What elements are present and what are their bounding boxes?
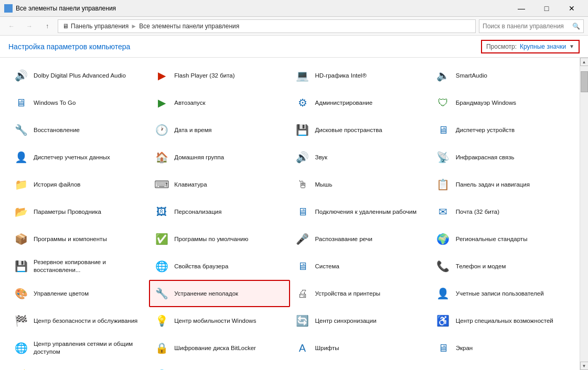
item-icon-useraccount: 👤 <box>435 285 452 302</box>
item-icon-keyboard: ⌨ <box>153 176 170 193</box>
item-label-mobility: Центр мобильности Windows <box>174 317 256 325</box>
control-item-recovery[interactable]: 🔧Восстановление <box>8 116 149 144</box>
control-item-browser[interactable]: 🌐Свойства браузера <box>149 253 290 280</box>
item-label-flash: Flash Player (32 бита) <box>174 72 234 80</box>
item-label-colormgmt: Управление цветом <box>34 290 89 298</box>
item-icon-colormgmt: 🎨 <box>13 285 29 302</box>
item-icon-devmgr: 🖥 <box>435 122 452 138</box>
control-item-system[interactable]: 🖥Система <box>290 253 431 280</box>
control-item-useraccount[interactable]: 👤Учетные записи пользователей <box>431 280 571 307</box>
item-icon-browser: 🌐 <box>153 258 170 275</box>
scroll-up-button[interactable]: ▲ <box>580 58 589 66</box>
control-item-filehistory[interactable]: 📁История файлов <box>8 171 149 198</box>
page-title: Настройка параметров компьютера <box>8 42 130 51</box>
scroll-down-button[interactable]: ▼ <box>580 362 589 370</box>
item-label-keyboard: Клавиатура <box>174 181 207 189</box>
control-item-mobility[interactable]: 💡Центр мобильности Windows <box>149 307 290 334</box>
control-item-bitlocker[interactable]: 🔒Шифрование диска BitLocker <box>149 334 290 362</box>
address-bar: ← → ↑ 🖥 Панель управления ► Все элементы… <box>0 17 588 36</box>
control-item-smartaudio[interactable]: 🔈SmartAudio <box>431 62 571 89</box>
item-icon-firewall: 🛡 <box>435 94 452 111</box>
control-item-colormgmt[interactable]: 🎨Управление цветом <box>8 280 149 307</box>
item-label-defaultprog: Программы по умолчанию <box>174 235 248 243</box>
item-label-admin: Администрирование <box>315 99 373 107</box>
item-label-accessibility: Центр специальных возможностей <box>456 317 553 325</box>
control-item-hd-intel[interactable]: 💻HD-графика Intel® <box>290 62 431 89</box>
control-item-sound[interactable]: 🔊Звук <box>290 144 431 171</box>
control-item-remoteconn[interactable]: 🖥Подключения к удаленным рабочим <box>290 198 431 225</box>
control-item-personalization[interactable]: 🖼Персонализация <box>149 198 290 225</box>
back-button[interactable]: ← <box>4 19 19 34</box>
control-item-taskbar[interactable]: 📋Панель задач и навигация <box>431 171 571 198</box>
control-item-region[interactable]: 🌍Региональные стандарты <box>431 225 571 253</box>
search-input[interactable] <box>483 23 570 30</box>
item-label-phone: Телефон и модем <box>456 263 506 270</box>
item-label-browser: Свойства браузера <box>174 263 228 270</box>
control-item-admin[interactable]: ⚙Администрирование <box>290 89 431 116</box>
scrollbar[interactable]: ▲ ▼ <box>580 58 588 370</box>
control-item-security[interactable]: 🏁Центр безопасности и обслуживания <box>8 307 149 334</box>
control-item-accounts[interactable]: 👤Диспетчер учетных данных <box>8 144 149 171</box>
control-item-windows-to-go[interactable]: 🖥Windows To Go <box>8 89 149 116</box>
scroll-thumb[interactable] <box>581 71 588 92</box>
control-item-keyboard[interactable]: ⌨Клавиатура <box>149 171 290 198</box>
item-label-programs: Программы и компоненты <box>34 235 107 243</box>
control-item-dolby[interactable]: 🔊Dolby Digital Plus Advanced Audio <box>8 62 149 89</box>
control-item-power[interactable]: ⚡Электропитание <box>8 362 149 370</box>
control-item-autostart[interactable]: ▶Автозапуск <box>149 89 290 116</box>
control-item-infrared[interactable]: 📡Инфракрасная связь <box>431 144 571 171</box>
item-icon-backup: 💾 <box>13 258 29 275</box>
control-item-disk[interactable]: 💾Дисковые пространства <box>290 116 431 144</box>
view-control[interactable]: Просмотр: Крупные значки ▼ <box>481 40 580 53</box>
control-item-exploreropt[interactable]: 📂Параметры Проводника <box>8 198 149 225</box>
item-label-bitlocker: Шифрование диска BitLocker <box>174 344 256 352</box>
search-box[interactable]: 🔍 <box>479 19 584 33</box>
control-item-language[interactable]: 🌐Язык <box>149 362 290 370</box>
control-item-accessibility[interactable]: ♿Центр специальных возможностей <box>431 307 571 334</box>
control-item-fonts[interactable]: AШрифты <box>290 334 431 362</box>
up-button[interactable]: ↑ <box>40 19 55 34</box>
item-label-recovery: Восстановление <box>34 126 80 134</box>
control-item-homegroup[interactable]: 🏠Домашняя группа <box>149 144 290 171</box>
window-controls: — □ ✕ <box>509 0 584 17</box>
control-item-backup[interactable]: 💾Резервное копирование и восстановлени..… <box>8 253 149 280</box>
maximize-button[interactable]: □ <box>534 0 559 17</box>
control-item-devices[interactable]: 🖨Устройства и принтеры <box>290 280 431 307</box>
breadcrumb-root[interactable]: Панель управления <box>71 23 129 30</box>
control-item-defaultprog[interactable]: ✅Программы по умолчанию <box>149 225 290 253</box>
control-item-phone[interactable]: 📞Телефон и модем <box>431 253 571 280</box>
control-item-firewall[interactable]: 🛡Брандмауэр Windows <box>431 89 571 116</box>
item-icon-personalization: 🖼 <box>153 203 170 220</box>
breadcrumb-current[interactable]: Все элементы панели управления <box>139 23 239 30</box>
item-icon-accessibility: ♿ <box>435 312 452 329</box>
item-label-homegroup: Домашняя группа <box>174 154 224 161</box>
item-icon-admin: ⚙ <box>294 94 311 111</box>
item-label-region: Региональные стандарты <box>456 235 528 243</box>
control-item-speech[interactable]: 🎤Распознавание речи <box>290 225 431 253</box>
view-value-button[interactable]: Крупные значки <box>520 43 566 50</box>
control-item-network[interactable]: 🌐Центр управления сетями и общим доступо… <box>8 334 149 362</box>
item-icon-homegroup: 🏠 <box>153 149 170 166</box>
control-item-datetime[interactable]: 🕐Дата и время <box>149 116 290 144</box>
scroll-track[interactable] <box>580 66 589 362</box>
control-item-synccenter[interactable]: 🔄Центр синхронизации <box>290 307 431 334</box>
control-panel-grid: 🔊Dolby Digital Plus Advanced Audio▶Flash… <box>0 58 580 370</box>
control-item-mail[interactable]: ✉Почта (32 бита) <box>431 198 571 225</box>
item-icon-mouse: 🖱 <box>294 176 311 193</box>
minimize-button[interactable]: — <box>509 0 533 17</box>
item-label-backup: Резервное копирование и восстановлени... <box>34 258 145 274</box>
address-path[interactable]: 🖥 Панель управления ► Все элементы панел… <box>58 19 476 33</box>
close-button[interactable]: ✕ <box>560 0 584 17</box>
control-item-flash[interactable]: ▶Flash Player (32 бита) <box>149 62 290 89</box>
control-item-devmgr[interactable]: 🖥Диспетчер устройств <box>431 116 571 144</box>
item-label-datetime: Дата и время <box>174 126 211 134</box>
item-icon-display: 🖥 <box>435 340 452 356</box>
control-item-mouse[interactable]: 🖱Мышь <box>290 171 431 198</box>
item-icon-devices: 🖨 <box>294 285 311 302</box>
control-item-troubleshoot[interactable]: 🔧Устранение неполадок <box>149 280 290 307</box>
forward-button[interactable]: → <box>22 19 37 34</box>
control-item-display[interactable]: 🖥Экран <box>431 334 571 362</box>
item-icon-synccenter: 🔄 <box>294 312 311 329</box>
item-label-infrared: Инфракрасная связь <box>456 154 515 161</box>
control-item-programs[interactable]: 📦Программы и компоненты <box>8 225 149 253</box>
